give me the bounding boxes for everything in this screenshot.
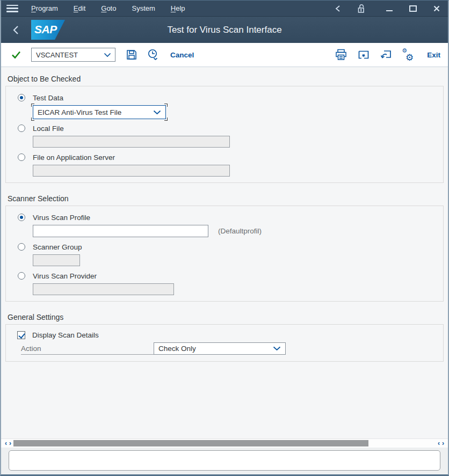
test-data-select-value: EICAR Anti-Virus Test File: [33, 108, 153, 116]
chevron-down-icon: [153, 110, 165, 115]
radio-scanner-group[interactable]: [18, 243, 25, 251]
response-time-clock-icon[interactable]: [146, 47, 161, 62]
action-label: Action: [21, 345, 41, 353]
radio-label[interactable]: Scanner Group: [33, 243, 82, 251]
section-title: General Settings: [5, 313, 444, 324]
checkbox-row-display-scan-details[interactable]: Display Scan Details: [18, 330, 436, 340]
section-title: Object to Be Checked: [5, 75, 444, 86]
radio-label[interactable]: Test Data: [33, 94, 63, 102]
enter-check-icon[interactable]: [9, 47, 24, 62]
action-row: Action Check Only: [18, 342, 436, 355]
title-bar: Test for Virus Scan Interface SAP: [1, 17, 448, 43]
group-box: Virus Scan Profile (Defaultprofil) Scann…: [5, 206, 444, 302]
section-title: Scanner Selection: [5, 194, 444, 206]
back-button[interactable]: [9, 23, 23, 37]
local-file-input[interactable]: [33, 136, 230, 148]
radio-label[interactable]: File on Application Server: [33, 153, 115, 162]
app-server-file-input[interactable]: [33, 165, 230, 177]
virus-scan-profile-input[interactable]: [33, 225, 208, 237]
command-field-value: VSCANTEST: [32, 51, 104, 59]
action-label-cell: Action: [21, 342, 154, 355]
sap-logo: SAP: [31, 20, 65, 40]
print-icon[interactable]: [334, 47, 349, 62]
test-data-select[interactable]: EICAR Anti-Virus Test File: [33, 105, 166, 119]
scroll-right-icon[interactable]: ›: [9, 440, 11, 446]
scroll-left-icon[interactable]: ‹: [438, 440, 440, 446]
chevron-down-icon: [104, 53, 115, 57]
exit-link[interactable]: Exit: [427, 51, 440, 59]
default-profile-hint: (Defaultprofil): [218, 227, 262, 235]
radio-label[interactable]: Local File: [33, 125, 64, 133]
create-shortcut-icon[interactable]: [356, 47, 371, 62]
radio-row-test-data[interactable]: Test Data: [18, 92, 436, 104]
radio-local-file[interactable]: [18, 125, 25, 132]
radio-label[interactable]: Virus Scan Provider: [33, 272, 97, 280]
section-scanner-selection: Scanner Selection Virus Scan Profile (De…: [1, 194, 448, 302]
focus-frame: EICAR Anti-Virus Test File: [33, 105, 166, 119]
hamburger-menu-icon[interactable]: [6, 5, 18, 12]
scroll-left-icon[interactable]: ‹: [5, 440, 7, 446]
radio-row-virus-scan-provider[interactable]: Virus Scan Provider: [18, 270, 436, 282]
screen-content: Object to Be Checked Test Data EICAR Ant…: [1, 67, 448, 438]
maximize-button[interactable]: [407, 3, 419, 14]
page-title: Test for Virus Scan Interface: [1, 25, 448, 35]
menu-item-program[interactable]: Program: [28, 3, 61, 13]
radio-virus-scan-profile[interactable]: [18, 214, 25, 221]
radio-row-app-server[interactable]: File on Application Server: [18, 151, 436, 163]
radio-test-data[interactable]: [18, 94, 25, 101]
status-bar-area: [1, 448, 448, 474]
virus-scan-provider-input[interactable]: [33, 283, 174, 295]
checkbox-label[interactable]: Display Scan Details: [32, 331, 99, 339]
action-select-value: Check Only: [154, 345, 273, 353]
settings-gears-icon[interactable]: ⚙⚙: [401, 48, 414, 61]
radio-virus-scan-provider[interactable]: [18, 272, 25, 280]
command-field-combobox[interactable]: VSCANTEST: [31, 48, 115, 62]
application-toolbar: VSCANTEST Cancel: [1, 43, 448, 67]
unlocked-padlock-icon[interactable]: [356, 3, 367, 14]
radio-file-on-app-server[interactable]: [18, 153, 25, 161]
menu-item-help[interactable]: Help: [168, 3, 189, 13]
menu-item-edit[interactable]: Edit: [70, 3, 89, 13]
action-select[interactable]: Check Only: [154, 342, 286, 355]
minimize-button[interactable]: [383, 3, 395, 14]
status-message-field[interactable]: [9, 450, 440, 471]
cancel-link[interactable]: Cancel: [170, 51, 194, 59]
scrollbar-thumb[interactable]: [13, 440, 368, 446]
chevron-down-icon: [273, 346, 285, 351]
collapse-header-icon[interactable]: [332, 3, 344, 14]
radio-row-scanner-group[interactable]: Scanner Group: [18, 241, 436, 253]
scanner-group-input[interactable]: [33, 254, 80, 266]
group-box: Test Data EICAR Anti-Virus Test File: [5, 86, 444, 183]
radio-label[interactable]: Virus Scan Profile: [33, 214, 90, 222]
scroll-right-icon[interactable]: ›: [442, 440, 444, 446]
horizontal-scrollbar: ‹ › ‹ ›: [1, 438, 448, 448]
section-object-to-be-checked: Object to Be Checked Test Data EICAR Ant…: [1, 75, 448, 183]
radio-row-local-file[interactable]: Local File: [18, 122, 436, 134]
section-general-settings: General Settings Display Scan Details Ac…: [1, 313, 448, 362]
close-button[interactable]: [431, 3, 443, 14]
menu-bar: Program Edit Goto System Help: [1, 1, 448, 17]
menu-item-system[interactable]: System: [128, 3, 158, 13]
display-scan-details-checkbox[interactable]: [17, 331, 25, 339]
new-session-icon[interactable]: [379, 47, 394, 62]
radio-row-virus-scan-profile[interactable]: Virus Scan Profile: [18, 211, 436, 223]
sap-gui-window: Program Edit Goto System Help: [0, 0, 449, 476]
save-icon[interactable]: [124, 47, 139, 62]
scrollbar-track[interactable]: [13, 440, 436, 446]
group-box: Display Scan Details Action Check Only: [5, 324, 444, 362]
menu-item-goto[interactable]: Goto: [98, 3, 119, 13]
